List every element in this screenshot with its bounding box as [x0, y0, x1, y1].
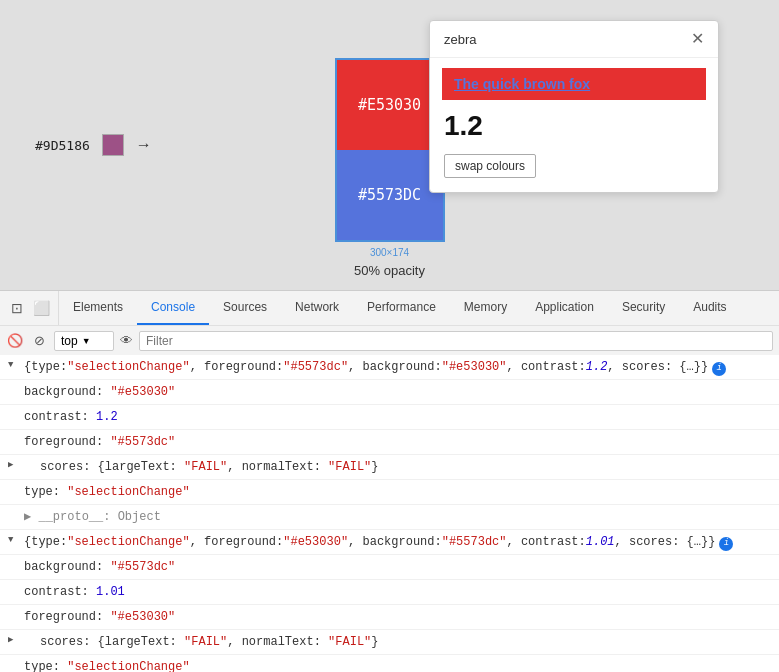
color-stack-container: #E53030 #5573DC — [335, 58, 445, 242]
console-prop-scores-1[interactable]: scores: {largeText: "FAIL", normalText: … — [0, 455, 779, 480]
zebra-title: zebra — [444, 32, 477, 47]
size-label: 300×174 — [370, 247, 409, 258]
console-prop-contrast-1: contrast: 1.2 — [0, 405, 779, 430]
console-prop-background-1: background: "#e53030" — [0, 380, 779, 405]
color-stack-wrapper: #E53030 #5573DC 300×174 50% opacity — [335, 58, 445, 242]
swatch-box — [102, 134, 124, 156]
context-dropdown[interactable]: top ▼ — [54, 331, 114, 351]
console-prop-background-2: background: "#5573dc" — [0, 555, 779, 580]
dropdown-value: top — [61, 334, 78, 348]
swatch-area: #9D5186 → — [35, 134, 152, 156]
filter-input[interactable] — [139, 331, 773, 351]
swap-colours-button[interactable]: swap colours — [444, 154, 536, 178]
console-prop-scores-2[interactable]: scores: {largeText: "FAIL", normalText: … — [0, 630, 779, 655]
tab-security[interactable]: Security — [608, 291, 679, 325]
zebra-preview-text: The quick brown fox — [454, 76, 590, 92]
devtools-tabs: Elements Console Sources Network Perform… — [59, 291, 741, 325]
console-entry-1[interactable]: {type: "selectionChange", foreground: "#… — [0, 355, 779, 380]
eye-icon[interactable]: 👁 — [120, 333, 133, 348]
zebra-contrast-value: 1.2 — [430, 100, 718, 148]
tab-network[interactable]: Network — [281, 291, 353, 325]
devtools-tabs-bar: ⊡ ⬜ Elements Console Sources Network Per… — [0, 290, 779, 325]
console-proto-1[interactable]: ▶ __proto__: Object — [0, 505, 779, 530]
info-badge-1: i — [712, 362, 726, 376]
tab-console[interactable]: Console — [137, 291, 209, 325]
devtools-icons: ⊡ ⬜ — [0, 291, 59, 325]
zebra-popup: zebra ✕ The quick brown fox 1.2 swap col… — [429, 20, 719, 193]
close-icon[interactable]: ✕ — [691, 31, 704, 47]
console-entry-2[interactable]: {type: "selectionChange", foreground: "#… — [0, 530, 779, 555]
device-toolbar-icon[interactable]: ⬜ — [32, 299, 50, 317]
tab-performance[interactable]: Performance — [353, 291, 450, 325]
opacity-label: 50% opacity — [354, 263, 425, 278]
color-top: #E53030 — [337, 60, 443, 150]
color-top-label: #E53030 — [358, 96, 421, 114]
inspect-element-icon[interactable]: ⊡ — [8, 299, 26, 317]
info-badge-2: i — [719, 537, 733, 551]
color-bottom: #5573DC — [337, 150, 443, 240]
console-prop-foreground-2: foreground: "#e53030" — [0, 605, 779, 630]
color-bottom-label: #5573DC — [358, 186, 421, 204]
tab-memory[interactable]: Memory — [450, 291, 521, 325]
console-prop-type-2: type: "selectionChange" — [0, 655, 779, 672]
zebra-header: zebra ✕ — [430, 21, 718, 58]
preview-area: #9D5186 → #E53030 #5573DC 300×174 50% op… — [0, 0, 779, 290]
tab-sources[interactable]: Sources — [209, 291, 281, 325]
arrow-icon: → — [136, 136, 152, 154]
block-icon[interactable]: ⊘ — [30, 332, 48, 350]
swatch-label: #9D5186 — [35, 138, 90, 153]
clear-console-icon[interactable]: 🚫 — [6, 332, 24, 350]
zebra-preview-bar: The quick brown fox — [442, 68, 706, 100]
console-toolbar: 🚫 ⊘ top ▼ 👁 — [0, 325, 779, 355]
console-prop-contrast-2: contrast: 1.01 — [0, 580, 779, 605]
console-output: {type: "selectionChange", foreground: "#… — [0, 355, 779, 672]
console-prop-type-1: type: "selectionChange" — [0, 480, 779, 505]
tab-application[interactable]: Application — [521, 291, 608, 325]
console-prop-foreground-1: foreground: "#5573dc" — [0, 430, 779, 455]
tab-audits[interactable]: Audits — [679, 291, 740, 325]
chevron-down-icon: ▼ — [82, 336, 91, 346]
tab-elements[interactable]: Elements — [59, 291, 137, 325]
